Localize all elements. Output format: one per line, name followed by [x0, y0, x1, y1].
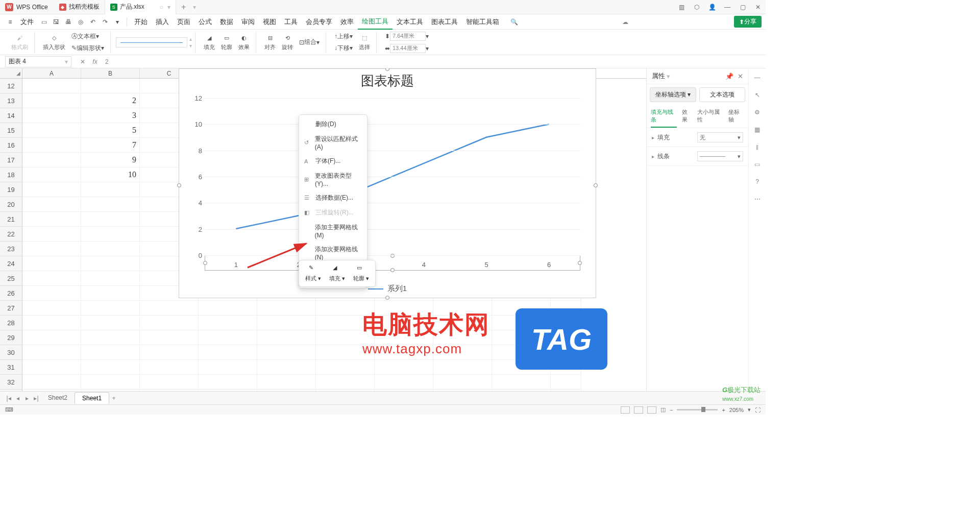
style-down-icon[interactable]: ▾: [189, 43, 192, 49]
cloud-icon[interactable]: ☁: [622, 18, 628, 26]
collapse-panel-icon[interactable]: —: [752, 73, 763, 83]
split-view-icon[interactable]: ◫: [660, 406, 666, 413]
cell[interactable]: [22, 301, 81, 316]
cell[interactable]: [316, 375, 375, 390]
avatar-icon[interactable]: 👤: [704, 0, 720, 14]
row-header[interactable]: 26: [0, 286, 22, 301]
row-header[interactable]: 23: [0, 242, 22, 256]
cell[interactable]: [81, 227, 140, 242]
sheet-tab-Sheet1[interactable]: Sheet1: [75, 392, 109, 404]
add-sheet-button[interactable]: +: [109, 395, 118, 402]
tab-document[interactable]: S 产品.xlsx ○ ▾: [105, 0, 176, 14]
rotate-button[interactable]: ⟲旋转: [279, 33, 296, 51]
search-icon[interactable]: 🔍: [508, 16, 520, 28]
print-icon[interactable]: 🖶: [63, 16, 74, 28]
context-menu-item[interactable]: A字体(F)...: [299, 154, 367, 168]
reader-view-icon[interactable]: [647, 406, 656, 414]
reader-icon[interactable]: ▥: [674, 0, 689, 14]
cell[interactable]: [199, 301, 257, 316]
shape-style-preview[interactable]: [116, 37, 187, 47]
row-header[interactable]: 30: [0, 345, 22, 360]
cell[interactable]: [81, 286, 140, 301]
last-sheet-icon[interactable]: ▸|: [32, 395, 41, 402]
subtab-大小与属性[interactable]: 大小与属性: [697, 105, 723, 128]
edit-shape-button[interactable]: ✎ 编辑形状 ▾: [68, 43, 107, 54]
cell[interactable]: 7: [81, 138, 140, 153]
more-tool-icon[interactable]: ⋯: [752, 194, 763, 204]
close-panel-icon[interactable]: ✕: [738, 73, 743, 80]
help-tool-icon[interactable]: ?: [752, 177, 763, 187]
cell[interactable]: 10: [81, 167, 140, 182]
cell[interactable]: [22, 197, 81, 212]
cell[interactable]: [22, 286, 81, 301]
context-menu-item[interactable]: ⊞更改图表类型(Y)...: [299, 168, 367, 190]
context-menu-item[interactable]: 添加主要网格线(M): [299, 220, 367, 242]
menu-插入[interactable]: 插入: [152, 14, 173, 30]
chart-plot-area[interactable]: [205, 93, 580, 281]
cell[interactable]: [199, 330, 257, 345]
image-tool-icon[interactable]: ▭: [752, 159, 763, 170]
zoom-dropdown-icon[interactable]: ▾: [748, 406, 751, 413]
menu-公式[interactable]: 公式: [194, 14, 216, 30]
x-axis-selected[interactable]: [205, 255, 580, 271]
row-header[interactable]: 22: [0, 227, 22, 242]
column-header[interactable]: A: [22, 68, 81, 78]
hamburger-icon[interactable]: ≡: [5, 16, 16, 28]
cell[interactable]: 2: [81, 93, 140, 108]
context-menu-item[interactable]: 删除(D): [299, 117, 367, 132]
cell[interactable]: [140, 301, 199, 316]
zoom-slider[interactable]: [677, 409, 718, 411]
select-all-corner[interactable]: ◢: [0, 68, 22, 78]
cell[interactable]: [22, 227, 81, 242]
cell[interactable]: [433, 360, 492, 375]
row-header[interactable]: 28: [0, 316, 22, 330]
cell[interactable]: [81, 345, 140, 360]
cell[interactable]: [140, 360, 199, 375]
cell[interactable]: [199, 316, 257, 330]
fill-select[interactable]: 无▾: [697, 132, 743, 142]
menu-开始[interactable]: 开始: [130, 14, 152, 30]
cell[interactable]: [199, 345, 257, 360]
close-button[interactable]: ✕: [750, 0, 766, 14]
cell[interactable]: [22, 212, 81, 227]
row-header[interactable]: 13: [0, 93, 22, 108]
text-options-tab[interactable]: 文本选项: [699, 87, 746, 102]
align-button[interactable]: ⊟对齐: [261, 33, 279, 51]
cell[interactable]: [199, 360, 257, 375]
context-menu-item[interactable]: ↺重设以匹配样式(A): [299, 132, 367, 154]
row-header[interactable]: 20: [0, 197, 22, 212]
row-header[interactable]: 21: [0, 212, 22, 227]
mini-轮廓[interactable]: ▭轮廓 ▾: [349, 262, 373, 284]
subtab-效果[interactable]: 效果: [682, 105, 692, 128]
share-button[interactable]: ⬆ 分享: [734, 16, 762, 28]
column-header[interactable]: B: [81, 68, 140, 78]
menu-文本工具[interactable]: 文本工具: [393, 14, 427, 30]
cell[interactable]: [81, 79, 140, 93]
outline-button[interactable]: ▭轮廓: [218, 33, 235, 51]
cell[interactable]: [81, 301, 140, 316]
line-select[interactable]: ▾: [697, 151, 743, 161]
preview-icon[interactable]: ◎: [75, 16, 86, 28]
cell[interactable]: [81, 212, 140, 227]
filter-tool-icon[interactable]: ⫿: [752, 142, 763, 152]
cell[interactable]: [257, 345, 316, 360]
cell[interactable]: [22, 360, 81, 375]
row-header[interactable]: 16: [0, 138, 22, 153]
row-header[interactable]: 12: [0, 79, 22, 93]
undo-icon[interactable]: ↶: [87, 16, 99, 28]
menu-效率[interactable]: 效率: [336, 14, 358, 30]
axis-options-tab[interactable]: 坐标轴选项 ▾: [650, 87, 696, 102]
chart-legend[interactable]: 系列1: [179, 282, 596, 294]
zoom-in-icon[interactable]: +: [722, 407, 725, 413]
cell[interactable]: [22, 79, 81, 93]
row-header[interactable]: 27: [0, 301, 22, 316]
menu-绘图工具[interactable]: 绘图工具: [358, 14, 393, 30]
row-header[interactable]: 14: [0, 108, 22, 123]
normal-view-icon[interactable]: [621, 406, 630, 414]
height-input[interactable]: ⬍ ▾: [382, 31, 432, 42]
row-header[interactable]: 24: [0, 256, 22, 271]
width-input[interactable]: ⬌ ▾: [382, 43, 432, 54]
cell[interactable]: [81, 182, 140, 197]
cell[interactable]: [22, 123, 81, 138]
tab-dropdown-icon[interactable]: ▾: [167, 4, 170, 11]
